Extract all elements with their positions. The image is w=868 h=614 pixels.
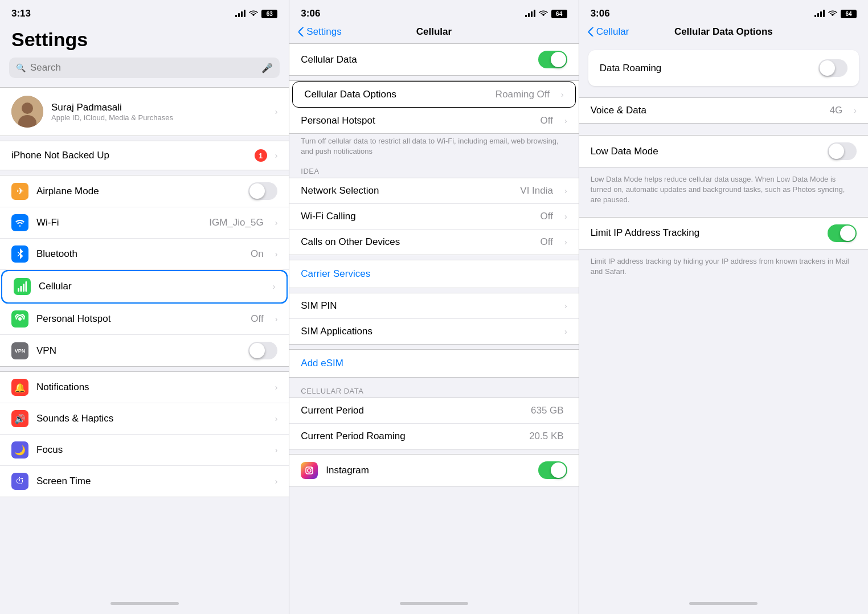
row-network-selection[interactable]: Network Selection VI India › [289,178,578,204]
svg-rect-4 [21,286,22,292]
battery-icon-2: 64 [551,10,567,18]
hotspot-p2-value: Off [541,115,553,126]
airplane-toggle[interactable] [248,182,277,200]
wificalling-chevron: › [564,212,567,221]
row-focus[interactable]: 🌙 Focus › [0,435,289,466]
data-roaming-label: Data Roaming [600,63,818,74]
simapps-label: SIM Applications [301,326,556,337]
nav-bar-data-options: Cellular Cellular Data Options [579,24,868,43]
row-screentime[interactable]: ⏱ Screen Time › [0,466,289,497]
settings-scroll[interactable]: Settings 🔍 🎤 Suraj Padmasali Apple ID [0,24,289,597]
row-sounds[interactable]: 🔊 Sounds & Haptics › [0,403,289,435]
svg-point-7 [18,317,22,321]
wifi-icon [11,214,28,231]
row-wifi-calling[interactable]: Wi-Fi Calling Off › [289,204,578,230]
row-voice-data[interactable]: Voice & Data 4G › [579,98,868,123]
home-bar-1 [110,602,179,605]
data-roaming-toggle[interactable] [818,59,847,77]
hotspot-label: Personal Hotspot [36,313,243,325]
cellular-options-group: Cellular Data Options Roaming Off › Pers… [289,80,578,134]
bluetooth-icon [11,245,28,263]
instagram-toggle[interactable] [538,461,567,479]
carrier-services-link[interactable]: Carrier Services [289,260,578,288]
warning-chevron: › [275,151,278,160]
notifications-label: Notifications [36,382,267,393]
row-cellular[interactable]: Cellular › [2,271,286,302]
signal-icon-1 [235,10,245,17]
svg-point-10 [311,468,312,469]
row-wifi[interactable]: Wi-Fi IGM_Jio_5G › [0,207,289,239]
status-bar-3: 3:06 64 [579,0,868,24]
add-esim-link[interactable]: Add eSIM [289,350,578,377]
row-cellular-data-options[interactable]: Cellular Data Options Roaming Off › [293,82,575,107]
simpin-label: SIM PIN [301,300,556,312]
cellular-data-toggle[interactable] [538,51,567,68]
profile-item[interactable]: Suraj Padmasali Apple ID, iCloud, Media … [0,88,289,136]
idea-group: Network Selection VI India › Wi-Fi Calli… [289,178,578,255]
row-cellular-data[interactable]: Cellular Data [289,44,578,75]
hotspot-icon [11,310,28,328]
page-title-settings: Settings [0,24,289,58]
search-bar[interactable]: 🔍 🎤 [9,58,280,78]
data-options-nav-title: Cellular Data Options [674,26,773,38]
cellular-label: Cellular [39,281,265,292]
row-personal-hotspot[interactable]: Personal Hotspot Off › [289,108,578,133]
current-period-value: 635 GB [531,405,564,416]
wificalling-label: Wi-Fi Calling [301,211,532,222]
mic-icon: 🎤 [261,63,273,73]
bluetooth-chevron: › [275,249,278,259]
row-current-period[interactable]: Current Period 635 GB [289,398,578,424]
cellular-data-group: Cellular Data [289,43,578,76]
home-indicator-2 [289,597,578,614]
status-time-1: 3:13 [11,8,31,19]
data-options-scroll[interactable]: Data Roaming Voice & Data 4G › Low Data … [579,43,868,597]
data-options-back-button[interactable]: Cellular [588,26,629,38]
low-data-group: Low Data Mode [579,135,868,167]
search-input[interactable] [30,62,257,73]
profile-subtitle: Apple ID, iCloud, Media & Purchases [51,113,267,122]
data-options-back-label: Cellular [596,26,629,38]
cellular-data-label: Cellular Data [301,54,530,66]
bluetooth-value: On [251,248,264,260]
iphone-backup-warning[interactable]: iPhone Not Backed Up 1 › [0,141,289,170]
row-airplane[interactable]: ✈ Airplane Mode [0,175,289,207]
row-notifications[interactable]: 🔔 Notifications › [0,372,289,403]
status-time-2: 3:06 [301,8,320,19]
row-current-period-roaming[interactable]: Current Period Roaming 20.5 KB [289,424,578,449]
cellular-back-label: Settings [306,26,341,38]
add-esim-row[interactable]: Add eSIM [289,349,578,378]
row-limit-ip[interactable]: Limit IP Address Tracking [579,218,868,249]
row-hotspot[interactable]: Personal Hotspot Off › [0,304,289,335]
screentime-label: Screen Time [36,476,267,487]
row-sim-pin[interactable]: SIM PIN › [289,293,578,319]
svg-rect-6 [26,281,27,292]
row-calls-other[interactable]: Calls on Other Devices Off › [289,230,578,255]
profile-section: Suraj Padmasali Apple ID, iCloud, Media … [0,87,289,136]
signal-icon-3 [814,10,825,17]
voice-data-value: 4G [830,105,843,116]
low-data-toggle[interactable] [828,142,857,160]
cellular-description: Turn off cellular data to restrict all d… [289,134,578,162]
cellular-back-button[interactable]: Settings [298,26,341,38]
row-vpn[interactable]: VPN VPN [0,335,289,366]
bluetooth-label: Bluetooth [36,248,243,260]
options-chevron: › [561,90,564,99]
nav-bar-cellular: Settings Cellular [289,24,578,43]
row-instagram[interactable]: Instagram [289,455,578,486]
cellular-scroll[interactable]: Cellular Data Cellular Data Options Roam… [289,43,578,597]
svg-point-9 [308,469,311,472]
profile-info: Suraj Padmasali Apple ID, iCloud, Media … [51,102,267,122]
voice-data-label: Voice & Data [591,105,822,116]
row-bluetooth[interactable]: Bluetooth On › [0,239,289,270]
carrier-services-row[interactable]: Carrier Services [289,260,578,288]
callsother-value: Off [541,236,553,248]
vpn-toggle[interactable] [248,342,277,359]
limit-ip-toggle[interactable] [828,224,857,242]
row-sim-apps[interactable]: SIM Applications › [289,319,578,344]
instagram-icon [301,462,318,479]
low-data-label: Low Data Mode [591,146,820,157]
row-low-data-mode[interactable]: Low Data Mode [579,136,868,167]
voice-data-group: Voice & Data 4G › [579,97,868,124]
signal-icon-2 [525,10,535,17]
cellular-data-section-label: CELLULAR DATA [289,382,578,398]
